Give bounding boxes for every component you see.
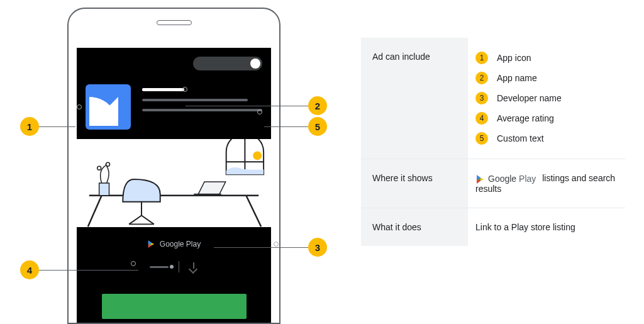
callout-2: 2 [308, 96, 327, 115]
list-item: 3 Developer name [475, 92, 618, 104]
does-text: Link to a Play store listing [475, 222, 575, 232]
divider [179, 261, 179, 272]
svg-point-12 [97, 166, 101, 170]
feature-illustration [77, 139, 271, 227]
info-content-does: Link to a Play store listing [468, 208, 625, 246]
info-label-include: Ad can include [361, 38, 468, 159]
svg-rect-11 [99, 183, 109, 196]
mini-badge: 1 [475, 52, 488, 64]
callout-3-num: 3 [315, 242, 320, 253]
info-row-include: Ad can include 1 App icon 2 App name 3 D… [361, 38, 625, 159]
marker-4 [131, 261, 136, 266]
leader-2 [186, 106, 308, 106]
play-brand: Google Play [488, 174, 536, 184]
mini-badge: 2 [475, 72, 488, 84]
mini-badge: 4 [475, 112, 488, 125]
ad-bottom-panel: Google Play [77, 227, 271, 324]
callout-1-num: 1 [27, 121, 32, 132]
phone-screen: Google Play [77, 48, 271, 323]
marker-1 [77, 104, 82, 109]
status-dot [250, 59, 260, 69]
app-subline-1 [142, 99, 248, 101]
callout-2-num: 2 [315, 101, 320, 111]
download-icon [189, 262, 198, 271]
svg-point-2 [253, 151, 262, 160]
callout-3: 3 [308, 238, 327, 257]
callout-5: 5 [308, 117, 327, 136]
callout-4-num: 4 [27, 265, 32, 276]
list-item: 4 Average rating [475, 112, 618, 125]
rating-placeholder [150, 266, 169, 268]
list-item: 2 App name [475, 72, 618, 84]
play-store-icon [147, 240, 156, 249]
marker-5 [257, 109, 262, 115]
svg-line-5 [246, 196, 261, 227]
leader-3 [214, 247, 308, 248]
svg-point-13 [106, 162, 110, 166]
svg-line-9 [142, 216, 154, 225]
app-name-placeholder [142, 88, 184, 91]
mini-badge: 5 [475, 132, 488, 145]
info-row-does: What it does Link to a Play store listin… [361, 208, 625, 246]
brand-a: Google [488, 174, 516, 184]
leader-5 [264, 126, 308, 127]
app-subline-2 [142, 109, 262, 111]
play-store-icon [475, 174, 484, 183]
info-table: Ad can include 1 App icon 2 App name 3 D… [361, 38, 625, 246]
info-content-include: 1 App icon 2 App name 3 Developer name 4… [468, 38, 625, 159]
callout-5-num: 5 [315, 121, 320, 132]
brand-b: Play [519, 174, 536, 184]
callout-4: 4 [20, 260, 39, 279]
phone-speaker [157, 20, 192, 25]
play-store-inline: Google Play [475, 174, 536, 184]
install-button[interactable] [102, 294, 247, 319]
info-content-shows: Google Play listings and search results [468, 159, 625, 208]
app-text-lines [142, 88, 262, 119]
meta-row [86, 261, 262, 272]
list-item: 1 App icon [475, 52, 618, 64]
list-item: 5 Custom text [475, 132, 618, 145]
app-icon [86, 84, 131, 130]
leader-1 [39, 126, 75, 127]
mini-badge: 3 [475, 92, 488, 104]
list-item-text: Developer name [497, 93, 562, 103]
info-label-shows: Where it shows [361, 159, 468, 208]
list-item-text: Average rating [497, 113, 554, 123]
callout-1: 1 [20, 117, 39, 136]
ad-top-panel [77, 48, 271, 139]
info-row-shows: Where it shows Google Play listings and … [361, 159, 625, 208]
svg-line-8 [129, 216, 142, 225]
list-item-text: Custom text [497, 133, 544, 143]
store-label: Google Play [160, 240, 201, 249]
info-label-does: What it does [361, 208, 468, 246]
marker-2 [182, 87, 187, 92]
status-pill [193, 57, 262, 70]
svg-line-4 [88, 196, 102, 227]
phone-mockup: Google Play [67, 8, 280, 324]
include-list: 1 App icon 2 App name 3 Developer name 4… [475, 52, 618, 145]
marker-3 [274, 242, 279, 247]
office-illustration [77, 139, 271, 227]
list-item-text: App name [497, 73, 537, 83]
leader-4 [39, 270, 138, 271]
list-item-text: App icon [497, 53, 531, 63]
app-header-row [86, 84, 262, 130]
